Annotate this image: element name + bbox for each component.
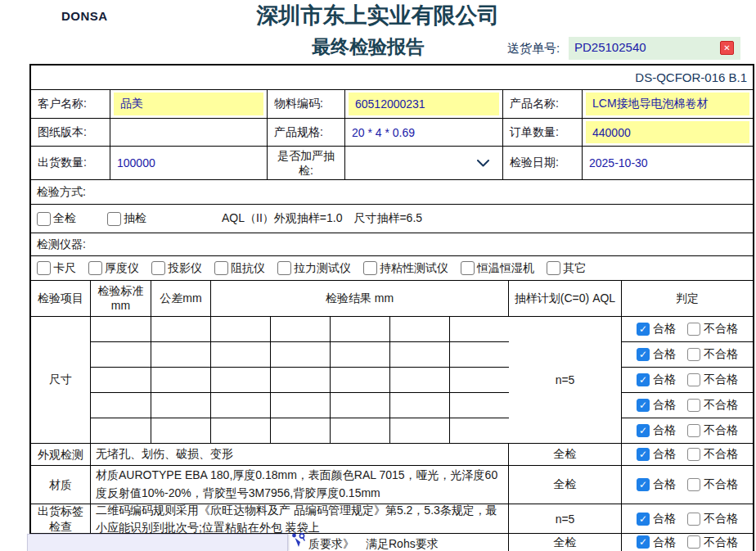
instrument-thickness-gauge[interactable]: 厚度仪 bbox=[88, 261, 139, 276]
measure-cell[interactable] bbox=[151, 342, 211, 368]
measure-cell[interactable] bbox=[91, 368, 151, 393]
size-judgment-column: ✓ 合格 不合格 ✓ 合格 不合格 ✓ 合格 不合格 bbox=[622, 317, 753, 444]
measure-cell[interactable] bbox=[271, 342, 331, 368]
measure-cell[interactable] bbox=[331, 418, 390, 444]
thickness-gauge-checkbox[interactable] bbox=[88, 261, 102, 275]
fail-checkbox[interactable] bbox=[687, 373, 700, 386]
strict-sampling-dropdown[interactable] bbox=[345, 147, 503, 180]
pass-checkbox[interactable]: ✓ bbox=[637, 478, 650, 491]
delivery-no-value[interactable]: PD25102540 bbox=[574, 40, 646, 54]
measure-cell[interactable] bbox=[390, 393, 450, 418]
instrument-caliper[interactable]: 卡尺 bbox=[37, 261, 76, 276]
size-measure-grid bbox=[91, 317, 509, 444]
instrument-humidity-chamber[interactable]: 恒温恒湿机 bbox=[461, 261, 534, 276]
measure-cell[interactable] bbox=[390, 418, 450, 444]
drawing-version-field[interactable] bbox=[110, 119, 268, 147]
measure-cell[interactable] bbox=[271, 393, 331, 418]
chevron-down-icon[interactable] bbox=[477, 160, 489, 167]
measure-cell[interactable] bbox=[450, 317, 509, 342]
measure-cell[interactable] bbox=[390, 317, 450, 342]
fail-checkbox[interactable] bbox=[687, 399, 700, 412]
measure-cell[interactable] bbox=[211, 393, 271, 418]
product-spec-field[interactable]: 20 * 4 * 0.69 bbox=[345, 119, 503, 147]
pass-checkbox[interactable]: ✓ bbox=[637, 424, 650, 437]
sample-check-checkbox[interactable] bbox=[107, 212, 121, 226]
delivery-no-field[interactable]: PD25102540 ✕ bbox=[569, 37, 740, 60]
projector-checkbox[interactable] bbox=[151, 261, 165, 275]
measure-cell[interactable] bbox=[91, 342, 151, 368]
fail-checkbox[interactable] bbox=[687, 348, 700, 361]
fail-checkbox[interactable] bbox=[687, 424, 700, 437]
clear-icon[interactable]: ✕ bbox=[720, 41, 734, 55]
measure-cell[interactable] bbox=[331, 368, 390, 393]
measure-cell[interactable] bbox=[450, 393, 509, 418]
measure-cell[interactable] bbox=[271, 368, 331, 393]
measure-cell[interactable] bbox=[211, 418, 271, 444]
measure-cell[interactable] bbox=[211, 342, 271, 368]
measure-cell[interactable] bbox=[450, 418, 509, 444]
measure-cell[interactable] bbox=[450, 368, 509, 393]
instrument-projector[interactable]: 投影仪 bbox=[151, 261, 202, 276]
appearance-row: 外观检测 无堵孔、划伤、破损、变形 全检 ✓ 合格 不合格 bbox=[31, 444, 753, 466]
material-code-field[interactable]: 60512000231 bbox=[349, 93, 499, 115]
judgment-row: ✓ 合格 不合格 bbox=[622, 342, 753, 368]
humidity-chamber-checkbox[interactable] bbox=[461, 261, 475, 275]
adhesion-tester-checkbox[interactable] bbox=[363, 261, 377, 275]
measure-cell[interactable] bbox=[91, 393, 151, 418]
fail-label: 不合格 bbox=[704, 477, 738, 492]
measure-cell[interactable] bbox=[151, 368, 211, 393]
measure-cell[interactable] bbox=[331, 393, 390, 418]
inspect-date-field[interactable]: 2025-10-30 bbox=[583, 147, 753, 180]
measure-cell[interactable] bbox=[331, 342, 390, 368]
tension-tester-checkbox[interactable] bbox=[277, 261, 291, 275]
caliper-label: 卡尺 bbox=[53, 261, 76, 276]
instrument-tension-tester[interactable]: 拉力测试仪 bbox=[277, 261, 351, 276]
customer-field[interactable]: 品美 bbox=[114, 93, 263, 115]
instrument-impedance[interactable]: 阻抗仪 bbox=[214, 261, 265, 276]
tooltip-overlay bbox=[27, 534, 288, 551]
measure-cell[interactable] bbox=[91, 317, 151, 342]
measure-cell[interactable] bbox=[91, 418, 151, 444]
size-item-label: 尺寸 bbox=[31, 317, 91, 444]
fail-checkbox[interactable] bbox=[687, 448, 700, 461]
measure-cell[interactable] bbox=[271, 418, 331, 444]
measure-cell[interactable] bbox=[151, 418, 211, 444]
instrument-other[interactable]: 其它 bbox=[547, 261, 586, 276]
fail-checkbox[interactable] bbox=[687, 478, 700, 491]
measure-cell[interactable] bbox=[390, 342, 450, 368]
measure-cell[interactable] bbox=[151, 393, 211, 418]
judgment-row: ✓ 合格 不合格 bbox=[622, 444, 753, 466]
product-name-field[interactable]: LCM接地导电泡棉卷材 bbox=[586, 93, 749, 115]
sample-check-option[interactable]: 抽检 bbox=[107, 211, 146, 226]
fail-checkbox[interactable] bbox=[687, 535, 700, 549]
pass-checkbox[interactable]: ✓ bbox=[637, 535, 650, 549]
full-check-option[interactable]: 全检 bbox=[37, 211, 76, 226]
ship-qty-field[interactable]: 100000 bbox=[110, 147, 268, 180]
full-check-checkbox[interactable] bbox=[37, 212, 51, 226]
blue-cursor-sparkle-icon[interactable] bbox=[290, 531, 307, 549]
pass-checkbox[interactable]: ✓ bbox=[637, 348, 650, 361]
fail-checkbox[interactable] bbox=[687, 323, 700, 336]
fail-label: 不合格 bbox=[704, 398, 738, 413]
order-qty-field[interactable]: 440000 bbox=[586, 121, 749, 143]
instrument-adhesion-tester[interactable]: 持粘性测试仪 bbox=[363, 261, 448, 276]
measure-cell[interactable] bbox=[151, 317, 211, 342]
fail-checkbox[interactable] bbox=[687, 513, 700, 526]
measure-cell[interactable] bbox=[271, 317, 331, 342]
measure-cell[interactable] bbox=[450, 342, 509, 368]
pass-checkbox[interactable]: ✓ bbox=[637, 373, 650, 386]
caliper-checkbox[interactable] bbox=[37, 261, 51, 275]
measure-cell[interactable] bbox=[211, 368, 271, 393]
pass-checkbox[interactable]: ✓ bbox=[637, 513, 650, 526]
pass-checkbox[interactable]: ✓ bbox=[637, 323, 650, 336]
measure-cell[interactable] bbox=[390, 368, 450, 393]
sample-check-label: 抽检 bbox=[124, 211, 146, 226]
pass-checkbox[interactable]: ✓ bbox=[637, 448, 650, 461]
pass-checkbox[interactable]: ✓ bbox=[637, 399, 650, 412]
impedance-checkbox[interactable] bbox=[214, 261, 228, 275]
measure-cell[interactable] bbox=[211, 317, 271, 342]
header-tolerance: 公差mm bbox=[151, 281, 211, 317]
other-checkbox[interactable] bbox=[547, 261, 560, 275]
measure-cell[interactable] bbox=[331, 317, 390, 342]
material-desc: 材质AUROTYPE EBA 180,厚度0.18mm，表面颜色RAL 7015… bbox=[91, 466, 509, 504]
